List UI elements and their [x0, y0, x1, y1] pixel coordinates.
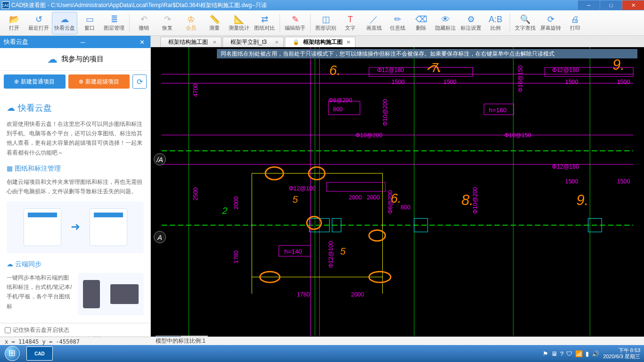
svg-text:1780: 1780 [233, 250, 239, 263]
window-button[interactable]: ▭窗口 [78, 12, 101, 34]
windows-taskbar: CAD ⚑ 🖥 ? 🛡 📶 ▮ 🔊 下午 8:53 2020/6/3 星期三 [0, 345, 644, 362]
undo-button[interactable]: ↶撤销 [132, 12, 155, 34]
line-button[interactable]: ／画直线 [363, 12, 385, 34]
document-tab[interactable]: 框架平立剖_t3✕ [223, 37, 284, 47]
document-tab[interactable]: 🔒框架结构施工图✕ [285, 37, 355, 47]
print-button[interactable]: 🖨打印 [564, 12, 586, 34]
layers-icon: ≣ [111, 14, 118, 25]
window-minimize-button[interactable]: ─ [578, 0, 600, 10]
recent-button[interactable]: ↺最近打开 [26, 12, 51, 34]
redo-button[interactable]: ↷恢复 [156, 12, 179, 34]
svg-text:2000: 2000 [349, 194, 362, 201]
refresh-icon: ⟳ [137, 77, 143, 86]
dwg-icon: ▦ [7, 163, 13, 174]
edit-icon: ✎ [292, 14, 299, 25]
svg-text:1500: 1500 [617, 79, 630, 85]
svg-text:Φ12@180: Φ12@180 [552, 67, 579, 74]
line-icon: ／ [370, 14, 378, 25]
system-tray: ⚑ 🖥 ? 🛡 📶 ▮ 🔊 下午 8:53 2020/6/3 星期三 [543, 347, 644, 360]
panel-header-title: 快看云盘 [4, 38, 28, 46]
cloud-button[interactable]: ☁快看云盘 [52, 12, 77, 34]
svg-text:1780: 1780 [297, 291, 310, 298]
svg-text:800: 800 [333, 106, 343, 113]
layers-button[interactable]: ≣图层管理 [102, 12, 126, 34]
tab-close-icon[interactable]: ✕ [347, 40, 350, 45]
eye-off-icon: 👁 [441, 14, 450, 25]
sync-icon: ☁ [7, 259, 13, 270]
scale-readout: 模型中的标注比例:1 [156, 337, 206, 345]
window-maximize-button[interactable]: □ [600, 0, 622, 10]
shape-icon: ◫ [322, 14, 330, 25]
edit-helper-button[interactable]: ✎编辑助手 [283, 12, 307, 34]
measure-button[interactable]: 📏测量 [203, 12, 226, 34]
tray-volume-icon[interactable]: 🔊 [592, 350, 599, 357]
panel-close-button[interactable]: ✕ [137, 39, 147, 46]
tray-help-icon[interactable]: ? [560, 350, 563, 357]
text-find-button[interactable]: 🔍文字查找 [513, 12, 537, 34]
measure-stat-button[interactable]: 📐测量统计 [227, 12, 251, 34]
compare-button[interactable]: ⇄图纸对比 [252, 12, 277, 34]
svg-text:1500: 1500 [565, 178, 578, 185]
delete-button[interactable]: ⌫删除 [410, 12, 432, 34]
remember-checkbox[interactable] [5, 327, 11, 333]
rotate-button[interactable]: ⟳屏幕旋转 [538, 12, 563, 34]
tray-shield-icon[interactable]: 🛡 [566, 350, 572, 357]
scale-button[interactable]: A:B比例 [484, 12, 507, 34]
pencil-icon: ✏ [394, 14, 401, 25]
vip-button[interactable]: ♔会员 [180, 12, 202, 34]
hide-anno-button[interactable]: 👁隐藏标注 [433, 12, 458, 34]
panel-content[interactable]: ☁快看云盘 欢迎使用快看云盘！在这里您不仅可以同步图纸和标注到手机、电脑等各个平… [0, 92, 150, 323]
windows-logo-icon [5, 346, 20, 361]
remember-checkbox-label[interactable]: 记住快看云盘开启状态 [5, 326, 146, 334]
svg-text:2000: 2000 [233, 197, 239, 210]
svg-text:1500: 1500 [444, 79, 457, 85]
refresh-button[interactable]: ⟳ [132, 74, 147, 89]
text-button[interactable]: T文字 [339, 12, 362, 34]
taskbar-app-cad[interactable]: CAD [26, 346, 53, 361]
anno-set-button[interactable]: ⚙标注设置 [459, 12, 483, 34]
tray-icons[interactable]: ⚑ 🖥 ? 🛡 📶 ▮ 🔊 [543, 350, 599, 357]
ruler-icon: 📏 [209, 14, 220, 25]
start-button[interactable] [0, 345, 25, 362]
svg-text:2000: 2000 [351, 291, 364, 298]
cad-canvas[interactable]: /A A [151, 47, 644, 336]
drawing-area[interactable]: 框架结构施工图✕ 框架平立剖_t3✕ 🔒框架结构施工图✕ 同名图纸在别处被占用，… [151, 36, 644, 345]
ocr-button[interactable]: ◫图形识别 [314, 12, 338, 34]
illustration-sync [78, 273, 144, 315]
window-titlebar: CAD CAD快速看图 - C:\Users\Administrator\App… [0, 0, 644, 10]
freeline-button[interactable]: ✏任意线 [386, 12, 409, 34]
tab-close-icon[interactable]: ✕ [213, 40, 216, 45]
tray-monitor-icon[interactable]: 🖥 [551, 350, 557, 357]
main-toolbar: 📂打开 ↺最近打开 ☁快看云盘 ▭窗口 ≣图层管理 ↶撤销 ↷恢复 ♔会员 📏测… [0, 10, 644, 36]
window-close-button[interactable]: ✕ [622, 0, 644, 10]
new-super-project-button[interactable]: ⊕新建超级项目 [68, 74, 130, 89]
svg-text:5: 5 [292, 194, 298, 205]
tray-network-icon[interactable]: 📶 [575, 350, 583, 357]
svg-text:Φ8@200: Φ8@200 [329, 97, 352, 104]
document-tab[interactable]: 框架结构施工图✕ [160, 37, 222, 47]
svg-text:Φ12@180: Φ12@180 [552, 164, 579, 170]
settings-icon: ⚙ [467, 14, 475, 25]
open-button[interactable]: 📂打开 [3, 12, 25, 34]
app-icon: CAD [2, 1, 9, 9]
taskbar-clock[interactable]: 下午 8:53 2020/6/3 星期三 [603, 347, 640, 360]
panel-title: ☁ 我参与的项目 [0, 48, 150, 71]
svg-text:1500: 1500 [565, 79, 578, 85]
compare-icon: ⇄ [261, 14, 268, 25]
history-icon: ↺ [35, 14, 42, 25]
cloud-icon: ☁ [60, 14, 69, 25]
svg-text:9.: 9. [612, 57, 625, 73]
tab-close-icon[interactable]: ✕ [275, 40, 279, 45]
svg-text:Φ12@100: Φ12@100 [289, 185, 316, 192]
new-project-button[interactable]: ⊕新建普通项目 [4, 74, 66, 89]
ruler-stat-icon: 📐 [234, 14, 244, 25]
panel-minimize-button[interactable]: ─ [78, 39, 88, 46]
tray-battery-icon[interactable]: ▮ [586, 350, 589, 357]
text-icon: T [348, 14, 353, 25]
tray-flag-icon[interactable]: ⚑ [543, 350, 548, 357]
panel-title-text: 我参与的项目 [61, 55, 104, 64]
section2-text: 一键同步本地和云端的图纸和标注，台式机/笔记本/手机/平板，各个平台图纸标 [7, 273, 73, 315]
svg-text:h=140: h=140 [284, 248, 302, 255]
svg-text:1500: 1500 [392, 79, 405, 85]
cloud-panel: 快看云盘 ─ ✕ ☁ 我参与的项目 ⊕新建普通项目 ⊕新建超级项目 ⟳ ☁快看云… [0, 36, 151, 345]
